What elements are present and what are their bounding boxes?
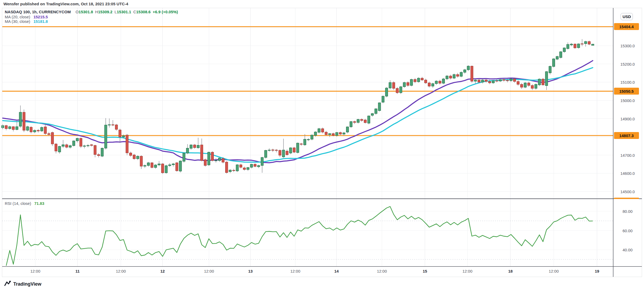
candle-down bbox=[55, 144, 57, 151]
candle-down bbox=[65, 145, 68, 147]
candle-down bbox=[37, 130, 39, 131]
candle-up bbox=[552, 59, 555, 66]
candle-down bbox=[531, 86, 534, 88]
candle-up bbox=[510, 79, 512, 81]
currency-button[interactable]: USD bbox=[621, 13, 633, 20]
chart-root: Wensfer published on TradingView.com, Oc… bbox=[0, 0, 644, 292]
ma20-legend[interactable]: MA (20, close)15215.5 bbox=[5, 15, 48, 19]
candle-down bbox=[300, 144, 302, 144]
candle-up bbox=[382, 96, 384, 102]
candle-up bbox=[62, 145, 64, 146]
candle-down bbox=[222, 159, 224, 162]
candle-up bbox=[567, 44, 569, 49]
price-tick-label: 14600.0 bbox=[613, 171, 642, 176]
candle-down bbox=[428, 83, 430, 86]
candle-up bbox=[105, 125, 107, 148]
candle-down bbox=[471, 66, 473, 81]
candle-down bbox=[51, 133, 54, 144]
candle-up bbox=[169, 165, 171, 166]
candle-down bbox=[360, 119, 363, 120]
candle-up bbox=[197, 145, 199, 148]
candle-up bbox=[453, 74, 455, 78]
ma30-value: 15181.8 bbox=[33, 19, 48, 24]
candle-up bbox=[16, 127, 18, 130]
candle-down bbox=[439, 81, 441, 83]
candle-up bbox=[464, 70, 466, 73]
candle-up bbox=[368, 116, 370, 123]
candle-up bbox=[257, 166, 260, 167]
candle-down bbox=[254, 164, 256, 166]
candle-down bbox=[527, 83, 530, 86]
candle-up bbox=[83, 146, 86, 146]
candle-down bbox=[581, 44, 583, 44]
candle-down bbox=[272, 150, 274, 150]
candle-up bbox=[314, 132, 317, 136]
candle-up bbox=[122, 136, 125, 137]
candle-down bbox=[90, 145, 93, 146]
candle-down bbox=[321, 129, 324, 132]
candle-up bbox=[585, 41, 587, 44]
symbol-legend: NASDAQ 100, 1h, CURRENCYCOMO15301.8H1530… bbox=[5, 10, 178, 14]
rsi-legend[interactable]: RSI (14, close)71.83 bbox=[5, 201, 44, 206]
ohlc-letter: H bbox=[95, 10, 98, 14]
candle-down bbox=[542, 79, 544, 85]
candle-up bbox=[186, 148, 189, 153]
candle-down bbox=[161, 164, 164, 173]
candle-down bbox=[112, 125, 114, 125]
candle-down bbox=[513, 79, 516, 82]
candle-up bbox=[179, 161, 182, 171]
candle-up bbox=[591, 44, 594, 45]
candle-up bbox=[343, 133, 345, 134]
candle-down bbox=[325, 132, 327, 135]
candle-down bbox=[94, 145, 96, 154]
candle-down bbox=[421, 78, 423, 80]
candle-down bbox=[517, 82, 519, 84]
tradingview-logo[interactable]: TradingView bbox=[4, 281, 41, 287]
candle-up bbox=[289, 148, 292, 153]
candle-up bbox=[76, 138, 78, 141]
candle-down bbox=[503, 80, 505, 81]
price-tick-label: 14500.0 bbox=[613, 189, 642, 194]
candle-up bbox=[215, 160, 217, 161]
change-value: +6.9 (+0.05%) bbox=[153, 10, 178, 14]
candle-up bbox=[261, 158, 263, 166]
candle-up bbox=[570, 44, 573, 45]
time-tick-label: 12:00 bbox=[30, 269, 40, 273]
candle-down bbox=[293, 148, 295, 152]
ohlc-letter: C bbox=[133, 10, 136, 14]
time-tick-label: 12:00 bbox=[290, 269, 300, 273]
rsi-tick-label: 60.00 bbox=[613, 228, 642, 233]
candle-down bbox=[364, 120, 366, 122]
ohlc-letter: L bbox=[114, 10, 117, 14]
time-tick-label: 12:00 bbox=[204, 269, 214, 273]
price-tick-label: 15300.0 bbox=[613, 44, 642, 48]
candle-up bbox=[311, 135, 313, 139]
candle-down bbox=[232, 170, 235, 171]
ohlc-value: 15301.1 bbox=[117, 10, 131, 14]
candle-up bbox=[108, 125, 110, 125]
candle-up bbox=[467, 66, 470, 70]
candle-up bbox=[101, 148, 103, 156]
ma30-legend[interactable]: MA (30, close)15181.8 bbox=[5, 19, 48, 24]
candle-up bbox=[183, 153, 185, 161]
candle-up bbox=[499, 80, 501, 81]
candle-up bbox=[378, 103, 381, 111]
candle-up bbox=[265, 150, 267, 158]
candle-up bbox=[19, 112, 22, 126]
candle-down bbox=[506, 80, 509, 81]
ohlc-letter: O bbox=[75, 10, 79, 14]
candle-down bbox=[129, 153, 132, 156]
candle-up bbox=[229, 170, 231, 172]
ohlc-value: 15301.8 bbox=[79, 10, 93, 14]
time-tick-label: 19 bbox=[595, 269, 599, 273]
candle-up bbox=[538, 79, 541, 85]
price-chart-canvas[interactable] bbox=[0, 0, 644, 292]
candle-down bbox=[243, 168, 246, 170]
candle-down bbox=[457, 74, 459, 76]
candle-up bbox=[296, 143, 299, 153]
candle-up bbox=[524, 83, 526, 87]
candle-up bbox=[492, 81, 494, 83]
candle-up bbox=[165, 166, 167, 173]
candle-down bbox=[424, 80, 427, 83]
price-tick-label: 15000.0 bbox=[613, 98, 642, 103]
